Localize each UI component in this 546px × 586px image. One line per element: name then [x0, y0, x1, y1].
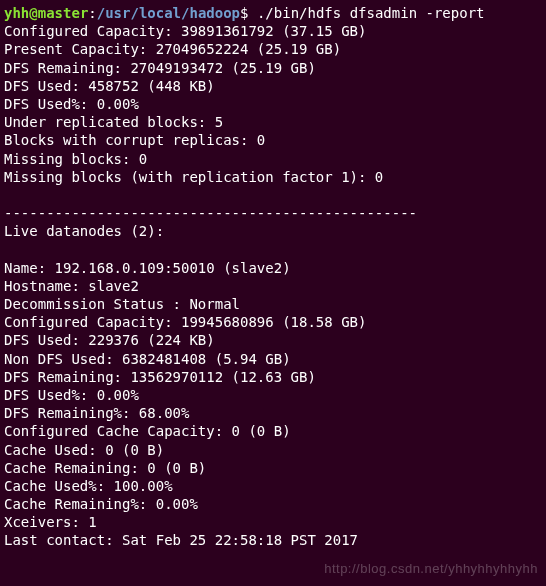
prompt-colon: : — [88, 5, 96, 21]
terminal-output: yhh@master:/usr/local/hadoop$ ./bin/hdfs… — [0, 0, 546, 586]
node1-cache-used-pct: Cache Used%: 100.00% — [4, 477, 542, 495]
node1-dfs-used-pct: DFS Used%: 0.00% — [4, 386, 542, 404]
corrupt-replicas: Blocks with corrupt replicas: 0 — [4, 131, 542, 149]
blank-2 — [4, 240, 542, 258]
node1-cache-used: Cache Used: 0 (0 B) — [4, 441, 542, 459]
prompt-line: yhh@master:/usr/local/hadoop$ ./bin/hdfs… — [4, 4, 542, 22]
divider: ----------------------------------------… — [4, 204, 542, 222]
watermark-text: http://blog.csdn.net/yhhyhhyhhyhh — [324, 561, 538, 578]
node1-cache-remaining-pct: Cache Remaining%: 0.00% — [4, 495, 542, 513]
node1-decommission: Decommission Status : Normal — [4, 295, 542, 313]
node1-configured-capacity: Configured Capacity: 19945680896 (18.58 … — [4, 313, 542, 331]
command-text[interactable]: ./bin/hdfs dfsadmin -report — [248, 5, 484, 21]
node1-hostname: Hostname: slave2 — [4, 277, 542, 295]
node1-dfs-remaining: DFS Remaining: 13562970112 (12.63 GB) — [4, 368, 542, 386]
node1-cache-capacity: Configured Cache Capacity: 0 (0 B) — [4, 422, 542, 440]
prompt-host: master — [38, 5, 89, 21]
under-replicated: Under replicated blocks: 5 — [4, 113, 542, 131]
prompt-path: /usr/local/hadoop — [97, 5, 240, 21]
node1-last-contact: Last contact: Sat Feb 25 22:58:18 PST 20… — [4, 531, 542, 549]
node1-dfs-used: DFS Used: 229376 (224 KB) — [4, 331, 542, 349]
node1-dfs-remaining-pct: DFS Remaining%: 68.00% — [4, 404, 542, 422]
missing-blocks: Missing blocks: 0 — [4, 150, 542, 168]
configured-capacity: Configured Capacity: 39891361792 (37.15 … — [4, 22, 542, 40]
missing-rf1: Missing blocks (with replication factor … — [4, 168, 542, 186]
blank-1 — [4, 186, 542, 204]
dfs-remaining: DFS Remaining: 27049193472 (25.19 GB) — [4, 59, 542, 77]
node1-xceivers: Xceivers: 1 — [4, 513, 542, 531]
dfs-used: DFS Used: 458752 (448 KB) — [4, 77, 542, 95]
prompt-at: @ — [29, 5, 37, 21]
node1-name: Name: 192.168.0.109:50010 (slave2) — [4, 259, 542, 277]
dfs-used-pct: DFS Used%: 0.00% — [4, 95, 542, 113]
node1-cache-remaining: Cache Remaining: 0 (0 B) — [4, 459, 542, 477]
node1-non-dfs-used: Non DFS Used: 6382481408 (5.94 GB) — [4, 350, 542, 368]
present-capacity: Present Capacity: 27049652224 (25.19 GB) — [4, 40, 542, 58]
prompt-user: yhh — [4, 5, 29, 21]
live-datanodes-header: Live datanodes (2): — [4, 222, 542, 240]
